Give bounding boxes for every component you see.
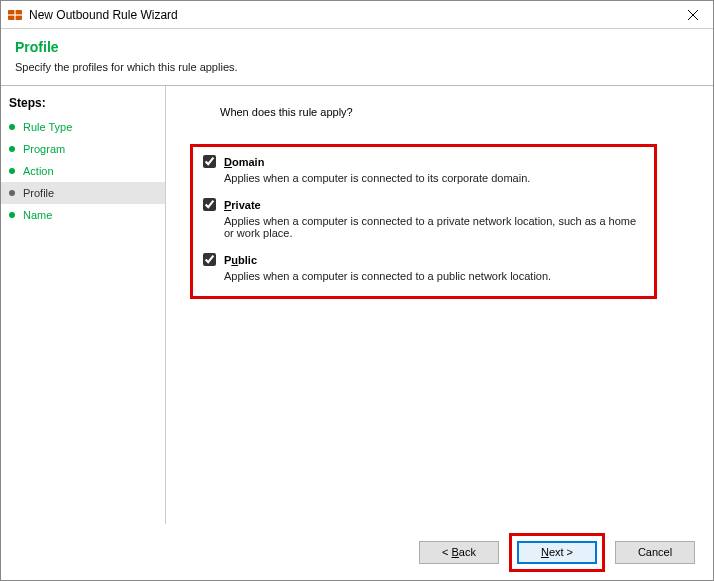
profile-public: Public Applies when a computer is connec… [203, 253, 644, 282]
bullet-icon [9, 124, 15, 130]
public-desc: Applies when a computer is connected to … [224, 270, 644, 282]
body: Steps: Rule Type Program Action Profile … [1, 86, 713, 524]
step-label: Profile [23, 187, 54, 199]
close-button[interactable] [679, 1, 707, 28]
bullet-icon [9, 190, 15, 196]
step-label: Name [23, 209, 52, 221]
window-title: New Outbound Rule Wizard [29, 8, 679, 22]
step-label: Action [23, 165, 54, 177]
footer: < Back Next > Cancel [1, 524, 713, 580]
step-name[interactable]: Name [1, 204, 165, 226]
main-panel: When does this rule apply? Domain Applie… [166, 86, 713, 524]
header: Profile Specify the profiles for which t… [1, 29, 713, 86]
domain-label: Domain [224, 156, 264, 168]
step-program[interactable]: Program [1, 138, 165, 160]
close-icon [688, 10, 698, 20]
profile-domain: Domain Applies when a computer is connec… [203, 155, 644, 184]
title-bar: New Outbound Rule Wizard [1, 1, 713, 29]
firewall-icon [7, 7, 23, 23]
wizard-window: New Outbound Rule Wizard Profile Specify… [0, 0, 714, 581]
public-checkbox[interactable] [203, 253, 216, 266]
highlight-next: Next > [509, 533, 605, 572]
next-button[interactable]: Next > [517, 541, 597, 564]
domain-desc: Applies when a computer is connected to … [224, 172, 644, 184]
step-label: Rule Type [23, 121, 72, 133]
highlight-box: Domain Applies when a computer is connec… [190, 144, 657, 299]
step-action[interactable]: Action [1, 160, 165, 182]
bullet-icon [9, 212, 15, 218]
step-profile[interactable]: Profile [1, 182, 165, 204]
page-subtitle: Specify the profiles for which this rule… [15, 61, 699, 73]
back-button[interactable]: < Back [419, 541, 499, 564]
public-label: Public [224, 254, 257, 266]
private-desc: Applies when a computer is connected to … [224, 215, 644, 239]
cancel-button[interactable]: Cancel [615, 541, 695, 564]
steps-sidebar: Steps: Rule Type Program Action Profile … [1, 86, 166, 524]
svg-rect-2 [14, 10, 16, 20]
question-text: When does this rule apply? [220, 106, 689, 118]
private-label: Private [224, 199, 261, 211]
step-label: Program [23, 143, 65, 155]
step-rule-type[interactable]: Rule Type [1, 116, 165, 138]
bullet-icon [9, 168, 15, 174]
page-title: Profile [15, 39, 699, 55]
profile-private: Private Applies when a computer is conne… [203, 198, 644, 239]
bullet-icon [9, 146, 15, 152]
steps-title: Steps: [1, 94, 165, 116]
private-checkbox[interactable] [203, 198, 216, 211]
domain-checkbox[interactable] [203, 155, 216, 168]
